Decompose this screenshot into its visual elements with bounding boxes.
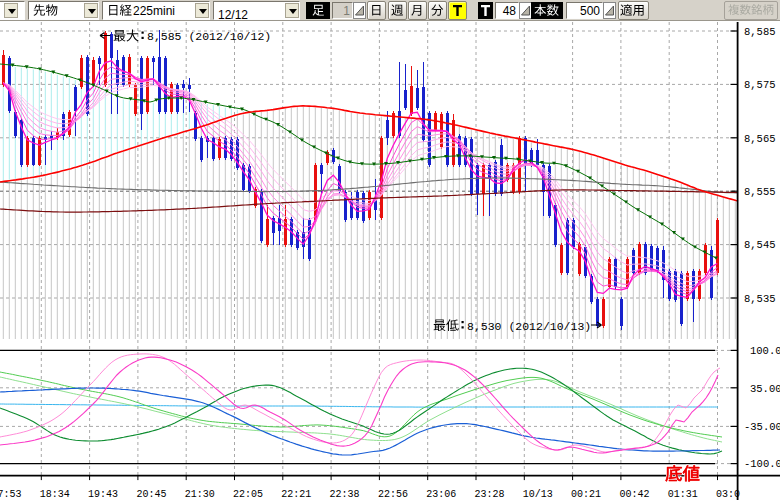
svg-text:23:06: 23:06 xyxy=(426,489,456,500)
svg-text:8,575: 8,575 xyxy=(744,79,776,91)
svg-text:17:53: 17:53 xyxy=(0,489,22,500)
svg-text:8,585: 8,585 xyxy=(744,26,776,38)
svg-text:03:0: 03:0 xyxy=(716,489,740,500)
svg-text:8,535: 8,535 xyxy=(744,293,776,305)
svg-text:-35.00: -35.00 xyxy=(744,421,780,433)
svg-text:01:31: 01:31 xyxy=(668,489,698,500)
svg-text:22:05: 22:05 xyxy=(233,489,263,500)
svg-text:8,585 (2012/10/12): 8,585 (2012/10/12) xyxy=(147,30,271,43)
svg-text:22:38: 22:38 xyxy=(330,489,360,500)
svg-text:23:28: 23:28 xyxy=(475,489,505,500)
svg-text:00:21: 00:21 xyxy=(571,489,601,500)
svg-text:8,565: 8,565 xyxy=(744,133,776,145)
svg-text:22:21: 22:21 xyxy=(281,489,311,500)
svg-text:8,555: 8,555 xyxy=(744,186,776,198)
svg-text:00:42: 00:42 xyxy=(619,489,649,500)
svg-text:21:30: 21:30 xyxy=(185,489,215,500)
svg-text:8,545: 8,545 xyxy=(744,239,776,251)
svg-text:8,530 (2012/10/13): 8,530 (2012/10/13) xyxy=(467,320,591,333)
svg-text:19:43: 19:43 xyxy=(88,489,118,500)
svg-text:22:56: 22:56 xyxy=(378,489,408,500)
svg-text:18:34: 18:34 xyxy=(40,489,70,500)
svg-text:100.00: 100.00 xyxy=(750,345,780,357)
svg-text:20:45: 20:45 xyxy=(136,489,166,500)
svg-text:35.00: 35.00 xyxy=(750,383,780,395)
svg-text:-100.00: -100.00 xyxy=(744,458,780,470)
svg-text:10/13: 10/13 xyxy=(523,489,553,500)
